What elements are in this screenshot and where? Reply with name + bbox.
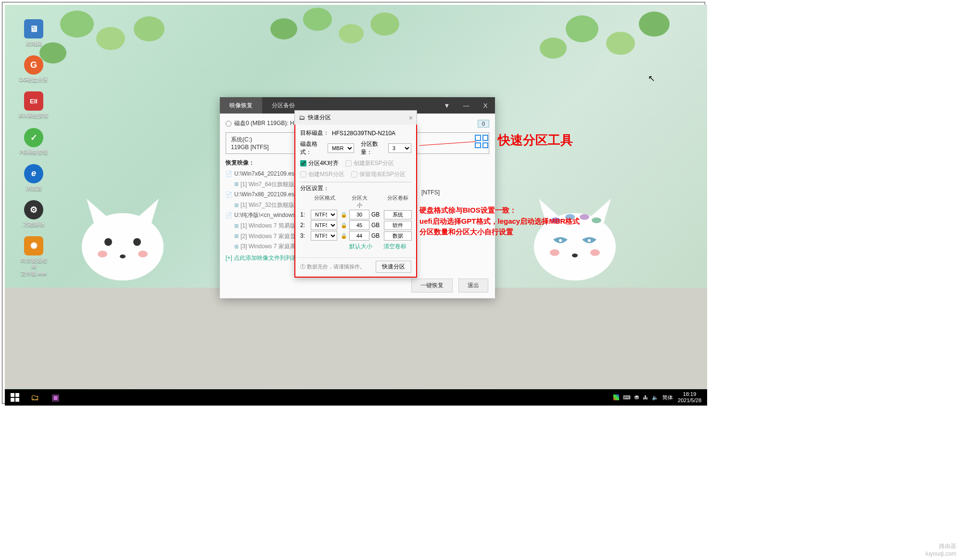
- partition-count-label: 分区数量：: [361, 140, 385, 156]
- partition-vol-input[interactable]: 数据: [384, 231, 412, 241]
- svg-point-24: [588, 239, 591, 242]
- desktop-icon-sunlogin[interactable]: ✺向日葵远程单 文件版.exe: [18, 236, 49, 277]
- ie-icon: e: [24, 164, 43, 183]
- check-keep-esp: [351, 171, 357, 178]
- lock-icon: 🔒: [341, 222, 347, 229]
- tab-image-restore[interactable]: 映像恢复: [220, 97, 262, 114]
- svg-point-1: [96, 27, 125, 50]
- close-button[interactable]: X: [476, 97, 495, 114]
- svg-point-30: [580, 214, 589, 220]
- taskbar-app-icon[interactable]: ▣: [47, 390, 63, 405]
- svg-point-26: [550, 249, 559, 256]
- minimize-button[interactable]: ―: [457, 97, 476, 114]
- desktop-icon-browser[interactable]: e浏览器: [18, 164, 49, 191]
- desktop-icon-column: 🖥此电脑 GDG硬盘分区 EIIEIX系统安装 ✓PE网络管理 e浏览器 ⚙万能…: [18, 19, 49, 277]
- svg-point-6: [270, 18, 297, 39]
- check-4k-align[interactable]: [300, 160, 306, 166]
- disk-format-select[interactable]: MBR: [328, 143, 354, 153]
- svg-rect-35: [15, 398, 19, 402]
- lock-icon: 🔒: [341, 233, 347, 239]
- svg-point-11: [540, 38, 567, 59]
- quick-partition-tool-icon[interactable]: [475, 135, 488, 148]
- partition-vol-input[interactable]: 软件: [384, 221, 412, 230]
- system-tray: ⌨ ⛃ 🖧 🔈 简体: [613, 394, 673, 401]
- tray-ime[interactable]: 简体: [662, 394, 673, 401]
- partition-format-select[interactable]: NTFS: [311, 220, 337, 230]
- svg-point-31: [592, 217, 601, 223]
- watermark: 路由器 luyouqi.com: [926, 542, 956, 557]
- svg-point-27: [590, 249, 600, 256]
- partition-vol-input[interactable]: 系统: [384, 210, 412, 219]
- partition-row-1: 1: NTFS 🔒 GB 系统: [300, 210, 411, 219]
- svg-point-12: [82, 213, 164, 280]
- exit-button[interactable]: 退出: [458, 279, 488, 293]
- quick-partition-button[interactable]: 快速分区: [376, 261, 411, 273]
- warning-text: ① 数据无价，请谨慎操作。: [300, 263, 365, 270]
- tray-disk-icon[interactable]: ⛃: [634, 395, 639, 401]
- svg-rect-33: [15, 393, 19, 397]
- quick-partition-dialog: 🗂 快速分区 × 目标磁盘：HFS128G39TND-N210A 磁盘格式： M…: [294, 124, 417, 278]
- svg-point-9: [606, 32, 635, 55]
- disk-index-badge: 0: [478, 120, 489, 127]
- mouse-cursor-icon: ↖: [648, 73, 655, 84]
- svg-point-7: [370, 13, 399, 36]
- default-size-link[interactable]: 默认大小: [349, 242, 372, 251]
- check-msr: [300, 171, 306, 178]
- taskbar-explorer-icon[interactable]: 🗂: [27, 390, 43, 405]
- svg-point-23: [559, 239, 562, 242]
- partition-format-select[interactable]: NTFS: [311, 231, 337, 241]
- desktop-icon-driver[interactable]: ⚙万能驱动: [18, 200, 49, 228]
- partition-row-3: 3: NTFS 🔒 GB 数据: [300, 231, 411, 241]
- wallpaper-cat-left: [75, 194, 171, 280]
- tray-keyboard-icon[interactable]: ⌨: [623, 395, 631, 401]
- annotation-title: 快速分区工具: [498, 132, 573, 149]
- taskbar-clock[interactable]: 18:19 2021/5/28: [678, 391, 705, 404]
- svg-point-19: [138, 251, 148, 257]
- desktop-icon-eix-install[interactable]: EIIEIX系统安装: [18, 91, 49, 119]
- partition-format-select[interactable]: NTFS: [311, 210, 337, 219]
- dialog-close-button[interactable]: ×: [409, 114, 413, 122]
- start-button[interactable]: [7, 390, 23, 405]
- svg-point-3: [134, 16, 165, 41]
- disk-format-label: 磁盘格式：: [300, 140, 325, 156]
- dg-icon: G: [24, 55, 43, 75]
- partition-size-input[interactable]: [349, 231, 369, 241]
- dropdown-icon[interactable]: ▼: [437, 97, 457, 114]
- partition-count-select[interactable]: 3: [388, 143, 411, 153]
- target-disk-value: HFS128G39TND-N210A: [332, 130, 395, 137]
- sunlogin-icon: ✺: [24, 236, 43, 255]
- dialog-title: 快速分区: [308, 114, 331, 122]
- svg-point-16: [133, 238, 141, 246]
- partition-size-input[interactable]: [349, 220, 369, 230]
- svg-point-4: [303, 8, 332, 31]
- tray-color-icon[interactable]: [613, 395, 619, 400]
- dialog-titlebar: 🗂 快速分区 ×: [294, 110, 417, 125]
- desktop-icon-dg-partition[interactable]: GDG硬盘分区: [18, 55, 49, 83]
- partition-icon: 🗂: [299, 114, 305, 121]
- svg-point-17: [120, 255, 126, 258]
- check-new-esp: [345, 160, 352, 166]
- disk-radio-icon: [226, 121, 231, 127]
- lock-icon: 🔒: [341, 212, 347, 218]
- svg-point-25: [572, 254, 578, 257]
- svg-point-18: [98, 251, 107, 257]
- partition-settings-label: 分区设置：: [300, 182, 411, 192]
- net-icon: ✓: [24, 128, 43, 147]
- partition-row-2: 2: NTFS 🔒 GB 软件: [300, 220, 411, 230]
- pc-icon: 🖥: [24, 19, 43, 38]
- svg-point-10: [639, 12, 670, 37]
- partition-size-input[interactable]: [349, 210, 369, 219]
- eix-icon: EII: [24, 91, 43, 111]
- clear-volume-link[interactable]: 清空卷标: [383, 242, 406, 251]
- one-click-restore-button[interactable]: 一键恢复: [411, 279, 453, 293]
- annotation-text: 硬盘格式徐与BIOS设置一致： uefi启动选择GPT格式，legacy启动选择…: [419, 205, 580, 238]
- svg-rect-32: [11, 393, 14, 397]
- desktop-icon-pe-network[interactable]: ✓PE网络管理: [18, 128, 49, 155]
- taskbar: 🗂 ▣ ⌨ ⛃ 🖧 🔈 简体 18:19 2021/5/28: [5, 389, 707, 406]
- target-disk-label: 目标磁盘：: [300, 129, 329, 137]
- svg-point-5: [339, 24, 364, 43]
- tray-network-icon[interactable]: 🖧: [643, 395, 648, 400]
- tray-volume-icon[interactable]: 🔈: [652, 395, 659, 401]
- svg-rect-34: [11, 398, 14, 402]
- desktop-icon-this-pc[interactable]: 🖥此电脑: [18, 19, 49, 47]
